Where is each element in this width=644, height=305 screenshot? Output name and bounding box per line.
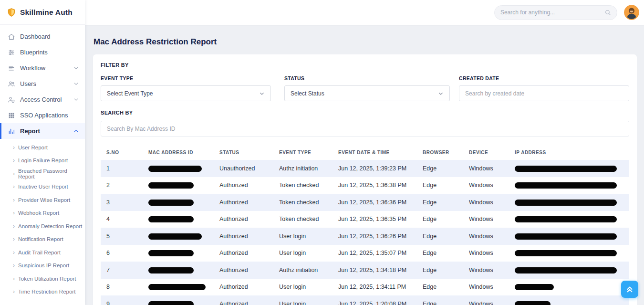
cell-sno: 2 <box>101 177 143 194</box>
chevron-down-icon <box>438 91 444 96</box>
column-header: S.NO <box>101 146 143 160</box>
chevron-right-icon: › <box>13 184 15 189</box>
sidebar-item-label: Dashboard <box>20 33 51 40</box>
sidebar-subitem-label: Token Utilization Report <box>18 276 76 282</box>
cell-ip-address-redacted <box>509 228 629 245</box>
sidebar-subitem-token-utilization-report[interactable]: ›Token Utilization Report <box>0 272 85 285</box>
sidebar-subitem-anomaly-detection-report[interactable]: ›Anomaly Detection Report <box>0 220 85 233</box>
cell-ip-address-redacted <box>509 279 629 296</box>
cell-mac-address-redacted <box>143 245 214 262</box>
cell-event-type: Authz initiation <box>273 160 332 177</box>
redacted-value-bar <box>515 216 617 222</box>
sidebar-item-label: Workflow <box>20 64 45 72</box>
sidebar-subitem-label: Audit Trail Report <box>18 250 61 255</box>
cell-event-type: User login <box>273 279 332 296</box>
cell-sno: 3 <box>101 194 143 211</box>
sidebar-item-report[interactable]: Report <box>0 123 85 139</box>
sidebar-item-access-control[interactable]: Access Control <box>0 92 85 107</box>
redacted-value-bar <box>515 166 617 172</box>
sidebar-subitem-user-report[interactable]: ›User Report <box>0 141 85 154</box>
chevron-up-icon <box>625 285 634 294</box>
users-icon <box>8 80 15 88</box>
table-row: 4AuthorizedToken checkedJun 12, 2025, 1:… <box>101 211 629 228</box>
chevron-right-icon: › <box>13 223 15 229</box>
sidebar-item-label: Blueprints <box>20 49 48 56</box>
chevron-right-icon: › <box>13 236 15 242</box>
created-date-input[interactable] <box>459 85 629 101</box>
table-row: 8AuthorizedUser loginJun 12, 2025, 1:34:… <box>101 279 629 296</box>
chevron-right-icon: › <box>13 276 15 282</box>
sidebar-subitem-label: User Report <box>18 145 48 150</box>
search-icon <box>604 9 611 16</box>
sidebar-item-sso-applications[interactable]: SSO Applications <box>0 107 85 123</box>
search-by-heading: SEARCH BY <box>101 110 629 116</box>
cell-device: Windows <box>463 245 509 262</box>
created-date-label: CREATED DATE <box>459 75 629 81</box>
redacted-value-bar <box>148 267 194 273</box>
sidebar-subitem-notification-report[interactable]: ›Notification Report <box>0 233 85 246</box>
report-card: FILTER BY EVENT TYPE Select Event Type S… <box>93 54 637 305</box>
user-avatar[interactable] <box>624 5 639 20</box>
cell-sno: 1 <box>101 160 143 177</box>
chevron-right-icon: › <box>13 210 15 216</box>
cell-mac-address-redacted <box>143 194 214 211</box>
cell-mac-address-redacted <box>143 211 214 228</box>
sidebar-subitem-suspicious-ip-report[interactable]: ›Suspicious IP Report <box>0 259 85 273</box>
filter-by-heading: FILTER BY <box>101 62 629 68</box>
status-selected-value: Select Status <box>291 90 324 97</box>
column-header: IP ADDRESS <box>509 146 629 160</box>
topbar <box>85 0 644 25</box>
sidebar-item-label: Access Control <box>20 96 62 103</box>
cell-ip-address-redacted <box>509 262 629 279</box>
table-row: 5AuthorizedUser loginJun 12, 2025, 1:36:… <box>101 228 629 245</box>
brand-name: Skillmine Auth <box>20 8 73 17</box>
cell-device: Windows <box>463 211 509 228</box>
chevron-down-icon <box>73 65 79 71</box>
sidebar-subitem-breached-password-report[interactable]: ›Breached Password Report <box>0 167 85 180</box>
column-header: EVENT DATE & TIME <box>332 146 417 160</box>
table-header-row: S.NOMAC ADDRESS IDSTATUSEVENT TYPEEVENT … <box>101 146 629 160</box>
event-type-select[interactable]: Select Event Type <box>101 85 271 101</box>
cell-device: Windows <box>463 279 509 296</box>
table-row: 7AuthorizedAuthz initiationJun 12, 2025,… <box>101 262 629 279</box>
report-subnav: ›User Report›Login Failure Report›Breach… <box>0 139 85 298</box>
main-content: Mac Address Restriction Report FILTER BY… <box>85 25 644 305</box>
cell-event-type: Authz initiation <box>273 262 332 279</box>
cell-event-datetime: Jun 12, 2025, 1:35:07 PM <box>332 245 417 262</box>
grid-icon <box>8 112 15 119</box>
sidebar-subitem-label: Inactive User Report <box>18 184 68 189</box>
sidebar-subitem-audit-trail-report[interactable]: ›Audit Trail Report <box>0 246 85 259</box>
sidebar-subitem-time-restriction-report[interactable]: ›Time Restriction Report <box>0 285 85 299</box>
redacted-value-bar <box>515 182 617 189</box>
redacted-value-bar <box>148 216 194 222</box>
cell-event-datetime: Jun 12, 2025, 1:20:08 PM <box>332 295 417 305</box>
brand: Skillmine Auth <box>0 0 85 25</box>
cell-device: Windows <box>463 194 509 211</box>
scroll-to-top-button[interactable] <box>621 281 638 298</box>
cell-status: Unauthorized <box>214 160 273 177</box>
cell-status: Authorized <box>214 262 273 279</box>
sidebar-item-workflow[interactable]: Workflow <box>0 60 85 76</box>
cell-browser: Edge <box>417 295 463 305</box>
sidebar-item-blueprints[interactable]: Blueprints <box>0 44 85 60</box>
table-row: 1UnauthorizedAuthz initiationJun 12, 202… <box>101 160 629 177</box>
sidebar-item-dashboard[interactable]: Dashboard <box>0 29 85 44</box>
sidebar-item-label: Report <box>20 127 40 135</box>
cell-event-type: Token checked <box>273 194 332 211</box>
cell-ip-address-redacted <box>509 211 629 228</box>
chevron-right-icon: › <box>13 250 15 255</box>
cell-status: Authorized <box>214 194 273 211</box>
sidebar-subitem-inactive-user-report[interactable]: ›Inactive User Report <box>0 180 85 194</box>
sidebar-item-users[interactable]: Users <box>0 76 85 92</box>
global-search[interactable] <box>494 5 617 20</box>
sidebar-subitem-provider-wise-report[interactable]: ›Provider Wise Report <box>0 193 85 207</box>
global-search-input[interactable] <box>500 9 604 16</box>
cell-browser: Edge <box>417 194 463 211</box>
status-select[interactable]: Select Status <box>284 85 450 101</box>
redacted-value-bar <box>148 284 206 290</box>
sidebar-nav: DashboardBlueprintsWorkflowUsersAccess C… <box>0 25 85 298</box>
mac-address-search-input[interactable] <box>101 121 629 137</box>
cell-mac-address-redacted <box>143 295 214 305</box>
sidebar-subitem-webhook-report[interactable]: ›Webhook Report <box>0 207 85 220</box>
sidebar-subitem-login-failure-report[interactable]: ›Login Failure Report <box>0 154 85 168</box>
